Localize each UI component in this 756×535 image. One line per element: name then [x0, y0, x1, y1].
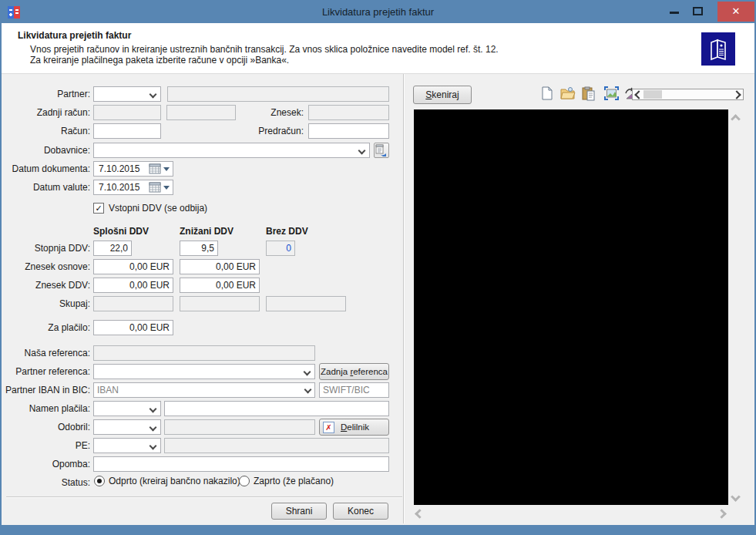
- chevron-down-icon: [150, 405, 157, 413]
- calendar-icon: [149, 182, 161, 193]
- za-placilo-label: Za plačilo:: [2, 320, 90, 335]
- status-odprto-radio[interactable]: [94, 476, 105, 486]
- delilnik-button[interactable]: ✗ Delilnik: [319, 419, 389, 436]
- racun-label: Račun:: [2, 123, 90, 139]
- pe-name-field: [164, 438, 389, 453]
- znesek-osnove-label: Znesek osnove:: [2, 259, 90, 274]
- minimize-button[interactable]: [667, 2, 684, 22]
- dialog-header: Likvidatura prejetih faktur Vnos prejeti…: [2, 23, 754, 74]
- chevron-down-icon: [150, 442, 157, 450]
- app-window: Likvidatura prejetih faktur ✕ Likvidatur…: [0, 0, 756, 535]
- stopnja-znizani-input[interactable]: 9,5: [180, 241, 218, 256]
- datum-dokumenta-label: Datum dokumenta:: [2, 161, 90, 177]
- swift-bic-input[interactable]: SWIFT/BIC: [319, 382, 389, 398]
- skupaj-label: Skupaj:: [2, 296, 90, 311]
- scan-preview-area: [414, 109, 728, 505]
- scroll-right-icon[interactable]: [732, 90, 741, 99]
- datum-valute-label: Datum valute:: [2, 180, 90, 195]
- dropdown-arrow-icon: [163, 167, 170, 171]
- stopnja-splosni-input[interactable]: 22,0: [93, 241, 132, 256]
- chevron-down-icon: [304, 368, 311, 376]
- calendar-icon: [149, 163, 161, 174]
- racun-input[interactable]: [93, 123, 161, 139]
- maximize-button[interactable]: [690, 2, 707, 22]
- pe-label: PE:: [2, 438, 90, 453]
- konec-button[interactable]: Konec: [333, 503, 388, 520]
- vstopni-ddv-label: Vstopni DDV (se odbija): [109, 202, 207, 214]
- dropdown-arrow-icon: [163, 186, 170, 190]
- chevron-down-icon: [150, 91, 157, 99]
- nasa-referenca-label: Naša referenca:: [2, 345, 90, 361]
- main-area: Partner: Zadnji račun: Znesek: Račun: Pr…: [2, 74, 754, 524]
- scroll-down-icon[interactable]: [731, 492, 741, 502]
- scroll-up-icon[interactable]: [731, 114, 741, 124]
- iban-combobox[interactable]: IBAN: [93, 382, 315, 398]
- scroll-left-icon[interactable]: [634, 90, 643, 99]
- status-zaprto-radio[interactable]: [239, 476, 250, 486]
- zadnji-racun-field2: [166, 105, 236, 120]
- namen-placila-combobox[interactable]: [93, 401, 161, 416]
- dobavnice-combobox[interactable]: [93, 143, 370, 158]
- vstopni-ddv-checkbox[interactable]: ✓: [93, 203, 104, 214]
- skeniraj-button[interactable]: Skeniraj: [413, 86, 472, 104]
- osnova-znizani-input[interactable]: 0,00 EUR: [180, 259, 260, 274]
- open-file-icon[interactable]: [560, 86, 576, 101]
- znesek-field: [308, 105, 389, 120]
- lookup-icon: [375, 144, 388, 156]
- skupaj-znizani-field: [180, 296, 260, 311]
- scroll-right-icon[interactable]: [717, 509, 727, 519]
- scrollbar-thumb[interactable]: [643, 90, 662, 99]
- pe-combobox[interactable]: [93, 438, 161, 453]
- dobavnice-lookup-button[interactable]: [374, 143, 389, 158]
- zadnja-referenca-button[interactable]: Zadnja referenca: [319, 363, 389, 380]
- paste-icon[interactable]: [581, 86, 596, 101]
- page-title: Likvidatura prejetih faktur: [18, 30, 131, 41]
- partner-label: Partner:: [2, 86, 90, 102]
- za-placilo-input[interactable]: 0,00 EUR: [93, 320, 173, 335]
- zadnji-racun-field1: [93, 105, 161, 120]
- ddv-splosni-input[interactable]: 0,00 EUR: [93, 278, 173, 293]
- datum-valute-picker[interactable]: 7.10.2015: [93, 180, 173, 195]
- chevron-down-icon: [358, 147, 366, 155]
- scroll-left-icon[interactable]: [415, 509, 425, 519]
- partner-referenca-label: Partner referenca:: [2, 364, 90, 379]
- description-line-1: Vnos prejetih računov in kreiranje ustre…: [30, 44, 499, 55]
- predracun-label: Predračun:: [233, 123, 304, 139]
- partner-combobox[interactable]: [93, 86, 161, 102]
- date-value: 7.10.2015: [99, 163, 149, 174]
- znesek-ddv-label: Znesek DDV:: [2, 278, 90, 293]
- status-odprto-label: Odprto (kreiraj bančno nakazilo): [109, 475, 240, 487]
- dobavnice-label: Dobavnice:: [2, 143, 90, 158]
- shrani-button[interactable]: Shrani: [271, 503, 327, 520]
- namen-placila-input[interactable]: [164, 401, 389, 416]
- panel-divider: [403, 74, 405, 523]
- opomba-input[interactable]: [93, 456, 389, 472]
- datum-dokumenta-picker[interactable]: 7.10.2015: [93, 161, 173, 177]
- odobril-name-field: [164, 419, 315, 435]
- zadnji-racun-label: Zadnji račun:: [2, 105, 90, 120]
- odobril-combobox[interactable]: [93, 419, 161, 435]
- stopnja-ddv-label: Stopnja DDV:: [2, 241, 90, 256]
- fit-image-icon[interactable]: [603, 86, 619, 101]
- znesek-label: Znesek:: [233, 105, 304, 120]
- col-znizani-ddv: Znižani DDV: [180, 226, 234, 237]
- nasa-referenca-field: [93, 345, 315, 361]
- stopnja-brez-field: 0: [266, 241, 295, 256]
- partner-name-field: [167, 86, 389, 102]
- predracun-input[interactable]: [308, 123, 389, 139]
- chevron-down-icon: [150, 424, 157, 432]
- date-value: 7.10.2015: [99, 182, 149, 193]
- status-label: Status:: [2, 475, 90, 490]
- col-brez-ddv: Brez DDV: [266, 226, 308, 237]
- close-button[interactable]: ✕: [717, 2, 754, 22]
- preview-zoom-scrollbar[interactable]: [632, 89, 744, 100]
- opomba-label: Opomba:: [2, 456, 90, 472]
- osnova-splosni-input[interactable]: 0,00 EUR: [93, 259, 173, 274]
- ddv-znizani-input[interactable]: 0,00 EUR: [180, 278, 260, 293]
- new-document-icon[interactable]: [539, 86, 554, 101]
- window-title: Likvidatura prejetih faktur: [2, 6, 754, 18]
- partner-referenca-combobox[interactable]: [93, 364, 315, 379]
- odobril-label: Odobril:: [2, 419, 90, 435]
- invoice-document-icon: [701, 32, 735, 66]
- title-bar: Likvidatura prejetih faktur ✕: [2, 2, 754, 23]
